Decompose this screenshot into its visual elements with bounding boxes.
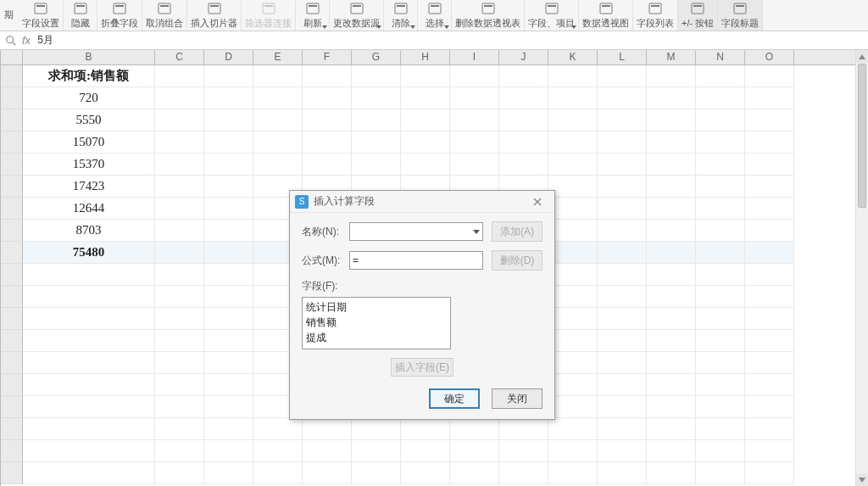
scroll-thumb[interactable] [858,64,866,208]
cell[interactable] [548,198,598,220]
cell-B[interactable] [23,462,155,484]
cell[interactable] [155,374,204,396]
field-list-item[interactable]: 销售额 [306,315,447,330]
cell[interactable] [598,330,647,352]
cell[interactable] [598,396,647,418]
column-header-G[interactable]: G [352,50,401,64]
cell[interactable] [155,109,204,131]
cell[interactable] [548,154,598,176]
cell[interactable] [155,198,204,220]
select-all-corner[interactable] [1,50,23,64]
cell[interactable] [499,109,548,131]
dialog-titlebar[interactable]: S 插入计算字段 [290,191,554,213]
cell-B[interactable]: 15070 [23,131,155,154]
cell[interactable] [155,264,204,286]
row-header[interactable] [1,65,23,87]
cell[interactable] [155,462,204,484]
cell[interactable] [303,65,352,87]
cell[interactable] [745,109,794,131]
cell[interactable] [745,418,794,440]
cell[interactable] [155,352,204,374]
cell[interactable] [745,220,794,242]
cell-B[interactable] [23,374,155,396]
cell[interactable] [450,109,499,131]
cell[interactable] [499,131,548,154]
cell[interactable] [696,220,745,242]
cell[interactable] [745,176,794,198]
cell[interactable] [647,87,696,109]
cell[interactable] [204,440,253,462]
cell[interactable] [745,330,794,352]
cell[interactable] [499,418,548,440]
cell[interactable] [598,418,647,440]
ribbon-btn-15[interactable]: 字段标题 [718,0,763,31]
cell[interactable] [745,396,794,418]
cell[interactable] [204,242,253,264]
row-header[interactable] [1,220,23,242]
cell[interactable] [204,87,253,109]
cell[interactable] [745,264,794,286]
cell[interactable] [548,131,598,154]
cell[interactable] [598,308,647,330]
cell[interactable] [401,131,450,154]
cell[interactable] [155,308,204,330]
cell[interactable] [204,352,253,374]
column-header-J[interactable]: J [499,50,548,64]
close-icon[interactable] [526,193,549,210]
cell[interactable] [155,87,204,109]
row-header[interactable] [1,352,23,374]
cell[interactable] [253,418,303,440]
cell[interactable] [204,330,253,352]
cell[interactable] [303,462,352,484]
fields-listbox[interactable]: 统计日期销售额提成 [302,297,451,349]
cell[interactable] [401,154,450,176]
cell[interactable] [598,352,647,374]
cell[interactable] [598,462,647,484]
cell[interactable] [598,65,647,87]
cell[interactable] [303,131,352,154]
cell[interactable] [647,462,696,484]
cell-B[interactable] [23,330,155,352]
cell[interactable] [253,154,303,176]
ribbon-btn-13[interactable]: 字段列表 [633,0,678,31]
column-header-H[interactable]: H [401,50,450,64]
cell[interactable] [548,352,598,374]
cell[interactable] [647,374,696,396]
cell[interactable] [745,440,794,462]
column-header-E[interactable]: E [253,50,303,64]
cell[interactable] [548,87,598,109]
cell[interactable] [155,418,204,440]
row-header[interactable] [1,308,23,330]
cell[interactable] [647,396,696,418]
cell[interactable] [253,440,303,462]
cell[interactable] [598,220,647,242]
vertical-scrollbar[interactable] [855,50,868,486]
cell[interactable] [745,374,794,396]
cell[interactable] [647,109,696,131]
cell[interactable] [352,87,401,109]
cell-B[interactable]: 8703 [23,220,155,242]
column-header-K[interactable]: K [548,50,598,64]
cell[interactable] [204,131,253,154]
cell[interactable] [204,154,253,176]
spreadsheet-grid[interactable]: BCDEFGHIJKLMNO 求和项:销售额720555015070153701… [0,50,868,486]
cell[interactable] [598,440,647,462]
cell[interactable] [696,198,745,220]
cell[interactable] [745,198,794,220]
cell-B[interactable] [23,352,155,374]
column-header-L[interactable]: L [598,50,647,64]
cell[interactable] [204,308,253,330]
cell[interactable] [647,242,696,264]
column-header-F[interactable]: F [303,50,352,64]
row-header[interactable] [1,198,23,220]
cell[interactable] [647,264,696,286]
cell[interactable] [745,65,794,87]
cell[interactable] [696,264,745,286]
cell[interactable] [696,87,745,109]
ribbon-btn-12[interactable]: 数据透视图 [579,0,633,31]
cell[interactable] [401,87,450,109]
cell[interactable] [204,65,253,87]
cell[interactable] [155,330,204,352]
cell[interactable] [598,109,647,131]
cell[interactable] [647,352,696,374]
